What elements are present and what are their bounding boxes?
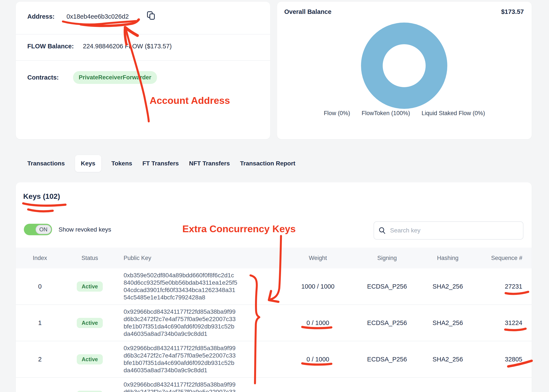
tab-ft-transfers[interactable]: FT Transfers [142, 155, 179, 172]
balance-donut-chart [359, 20, 450, 111]
tab-keys[interactable]: Keys [75, 155, 101, 172]
table-row: 0 Active 0xb359e502df804a89bdd660f0f8f6c… [16, 268, 532, 305]
tab-transactions[interactable]: Transactions [27, 155, 65, 172]
tab-tokens[interactable]: Tokens [111, 155, 132, 172]
donut-legend: Flow (0%) FlowToken (100%) Liquid Staked… [277, 110, 532, 117]
toggle-label: Show revoked keys [59, 226, 111, 233]
overall-balance-card: Overall Balance $173.57 Flow (0%) FlowTo… [277, 2, 532, 139]
account-tabs: Transactions Keys Tokens FT Transfers NF… [27, 155, 295, 172]
table-row: 3 Active 0x92966bcd843241177f22fd85a38ba… [16, 378, 532, 392]
account-summary-card: Address: 0x18eb4ee6b3c026d2 FLOW Balance… [16, 2, 270, 139]
key-signing: ECDSA_P256 [351, 283, 423, 290]
table-row: 1 Active 0x92966bcd843241177f22fd85a38ba… [16, 305, 532, 341]
column-header-public-key: Public Key [116, 255, 285, 261]
search-icon [378, 227, 386, 234]
keys-title: Keys (102) [23, 192, 60, 201]
column-header-weight: Weight [285, 255, 351, 261]
column-header-sequence: Sequence # [473, 255, 532, 261]
balance-total-value: $173.57 [501, 8, 524, 15]
key-weight: 0 / 1000 [285, 319, 351, 327]
keys-table-header: Index Status Public Key Weight Signing H… [16, 248, 532, 268]
key-weight: 0 / 1000 [285, 356, 351, 363]
key-sequence: 27231 [473, 283, 532, 290]
key-weight: 1000 / 1000 [285, 283, 351, 290]
public-key: 0xb359e502df804a89bdd660f0f8f6c2d1c 840d… [116, 272, 285, 301]
copy-icon [146, 10, 156, 21]
flow-balance-label: FLOW Balance: [27, 43, 74, 50]
flow-balance-value: 224.98846206 FLOW ($173.57) [83, 43, 172, 50]
revoked-keys-control: ON Show revoked keys [24, 224, 111, 235]
key-sequence: 32805 [473, 356, 532, 363]
status-badge: Active [77, 391, 103, 392]
public-key: 0x92966bcd843241177f22fd85a38ba9f99 d6b3… [116, 381, 285, 392]
address-value: 0x18eb4ee6b3c026d2 [67, 13, 129, 20]
legend-item-flow: Flow (0%) [324, 110, 350, 117]
column-header-hashing: Hashing [423, 255, 473, 261]
column-header-status: Status [64, 255, 116, 261]
keys-table: Index Status Public Key Weight Signing H… [16, 248, 532, 392]
divider [16, 60, 270, 61]
contract-badge[interactable]: PrivateReceiverForwarder [73, 71, 157, 84]
legend-item-liquid-staked: Liquid Staked Flow (0%) [422, 110, 485, 117]
divider [16, 34, 270, 35]
tab-nft-transfers[interactable]: NFT Transfers [189, 155, 230, 172]
key-hashing: SHA2_256 [423, 283, 473, 290]
address-label: Address: [27, 13, 55, 20]
key-signing: ECDSA_P256 [351, 356, 423, 363]
key-search [374, 221, 523, 240]
balance-card-title: Overall Balance [284, 8, 332, 15]
public-key: 0x92966bcd843241177f22fd85a38ba9f99 d6b3… [116, 308, 285, 338]
address-row: Address: 0x18eb4ee6b3c026d2 [27, 9, 262, 24]
contracts-label: Contracts: [27, 74, 59, 81]
public-key: 0x92966bcd843241177f22fd85a38ba9f99 d6b3… [116, 344, 285, 374]
table-row: 2 Active 0x92966bcd843241177f22fd85a38ba… [16, 341, 532, 378]
status-badge: Active [77, 281, 103, 292]
key-sequence: 31224 [473, 319, 532, 327]
search-input[interactable] [390, 227, 519, 234]
show-revoked-toggle[interactable]: ON [24, 224, 52, 235]
key-index: 1 [16, 319, 64, 327]
column-header-signing: Signing [351, 255, 423, 261]
status-badge: Active [77, 318, 103, 328]
key-signing: ECDSA_P256 [351, 319, 423, 327]
copy-address-button[interactable] [146, 10, 156, 21]
contracts-row: Contracts: PrivateReceiverForwarder [27, 71, 262, 84]
column-header-index: Index [16, 255, 64, 261]
flow-balance-row: FLOW Balance: 224.98846206 FLOW ($173.57… [27, 39, 262, 54]
key-hashing: SHA2_256 [423, 319, 473, 327]
toggle-knob: ON [35, 225, 51, 234]
legend-item-flowtoken: FlowToken (100%) [362, 110, 410, 117]
key-index: 0 [16, 283, 64, 290]
key-index: 2 [16, 356, 64, 363]
tab-transaction-report[interactable]: Transaction Report [240, 155, 295, 172]
keys-panel: Keys (102) ON Show revoked keys Index St… [16, 182, 532, 392]
status-badge: Active [77, 354, 103, 364]
key-hashing: SHA2_256 [423, 356, 473, 363]
